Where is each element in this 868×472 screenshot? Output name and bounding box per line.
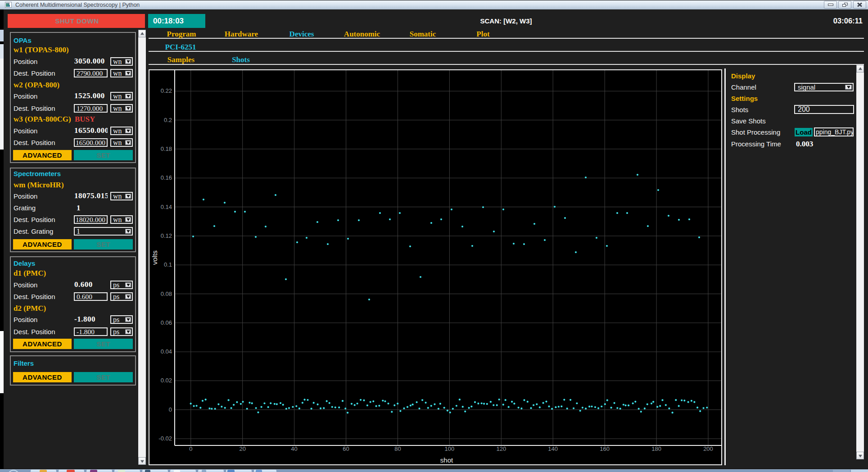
svg-text:120: 120 — [496, 445, 506, 452]
svg-text:140: 140 — [548, 445, 558, 452]
svg-text:20: 20 — [239, 445, 245, 452]
svg-text:200: 200 — [703, 445, 713, 452]
svg-text:40: 40 — [291, 445, 297, 452]
svg-text:shot: shot — [440, 456, 453, 464]
svg-text:160: 160 — [600, 445, 610, 452]
svg-text:0.04: 0.04 — [161, 348, 172, 355]
svg-text:0.1: 0.1 — [164, 261, 172, 268]
svg-text:0.2: 0.2 — [164, 117, 172, 123]
svg-text:60: 60 — [343, 445, 349, 452]
svg-text:0.12: 0.12 — [161, 232, 172, 239]
svg-text:volts: volts — [151, 250, 158, 265]
svg-text:80: 80 — [394, 445, 401, 452]
svg-text:0.06: 0.06 — [161, 319, 172, 326]
svg-text:180: 180 — [651, 445, 661, 452]
svg-text:0: 0 — [169, 406, 172, 413]
svg-text:0.08: 0.08 — [161, 290, 172, 297]
svg-text:0.02: 0.02 — [161, 377, 172, 384]
svg-text:0.16: 0.16 — [161, 174, 172, 181]
svg-text:100: 100 — [445, 445, 455, 452]
svg-text:0: 0 — [189, 445, 192, 452]
svg-text:-0.02: -0.02 — [158, 435, 172, 442]
svg-text:0.18: 0.18 — [161, 145, 172, 152]
svg-text:0.22: 0.22 — [161, 87, 172, 94]
svg-text:0.14: 0.14 — [161, 204, 172, 210]
